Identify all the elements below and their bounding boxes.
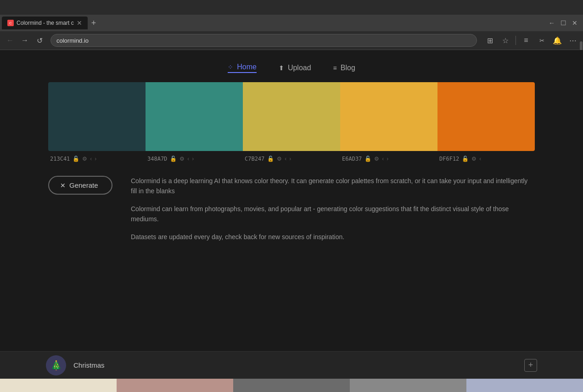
nav-home[interactable]: ⁘ Home (228, 63, 257, 73)
bottom-section: 🎄 Christmas + (0, 351, 583, 392)
nav-icons: ⊞ ☆ ≡ ✂ 🔔 ⋯ (483, 34, 579, 47)
blog-icon: ≡ (333, 64, 337, 72)
next-btn-1[interactable]: › (95, 156, 96, 162)
hex-label-5: DF6F12 (439, 156, 459, 162)
prev-btn-5[interactable]: ‹ (479, 156, 481, 162)
back-button[interactable]: ← (4, 34, 17, 47)
swatch-controls-3: C7B247 🔓 ⚙ ‹ › (243, 151, 340, 167)
prev-btn-4[interactable]: ‹ (382, 156, 384, 162)
hex-label-3: C7B247 (245, 156, 264, 162)
close-button[interactable]: ✕ (572, 19, 577, 27)
screenshot-button[interactable]: ✂ (535, 34, 548, 47)
swatch-controls-4: E6AD37 🔓 ⚙ ‹ › (340, 151, 437, 167)
tab-close-button[interactable]: ✕ (77, 19, 82, 27)
maximize-button[interactable]: ☐ (561, 19, 566, 27)
site-nav: ⁘ Home ⬆ Upload ≡ Blog (0, 50, 583, 82)
adjust-icon-2[interactable]: ⚙ (179, 156, 185, 162)
description-p3: Datasets are updated every day, check ba… (131, 232, 535, 242)
tab-favicon: C (7, 20, 14, 26)
lock-icon-5[interactable]: 🔓 (462, 156, 469, 162)
lock-icon-2[interactable]: 🔓 (170, 156, 177, 162)
mini-palette (0, 379, 583, 392)
hex-label-2: 348A7D (147, 156, 167, 162)
nav-blog[interactable]: ≡ Blog (333, 64, 355, 72)
swatch-2[interactable] (146, 82, 243, 151)
swatch-4[interactable] (340, 82, 437, 151)
dataset-emoji: 🎄 (50, 360, 62, 371)
mini-swatch-1[interactable] (0, 379, 117, 392)
nav-blog-label: Blog (341, 64, 355, 72)
browser-nav-bar: ← → ↺ ⊞ ☆ ≡ ✂ 🔔 ⋯ (0, 31, 583, 50)
more-button[interactable]: ⋯ (566, 34, 579, 47)
description-p2: Colormind can learn from photographs, mo… (131, 204, 535, 224)
next-btn-3[interactable]: › (289, 156, 291, 162)
dataset-thumbnail: 🎄 (46, 355, 66, 375)
nav-upload-label: Upload (288, 64, 311, 72)
mini-swatch-5[interactable] (466, 379, 583, 392)
mini-swatch-2[interactable] (117, 379, 233, 392)
tab-title: Colormind - the smart c (17, 20, 74, 26)
swatch-controls-5: DF6F12 🔓 ⚙ ‹ (437, 151, 535, 167)
dataset-row: 🎄 Christmas + (0, 351, 583, 379)
adjust-icon-5[interactable]: ⚙ (471, 156, 476, 162)
color-palette (48, 82, 535, 151)
swatch-1[interactable] (48, 82, 146, 151)
generate-button[interactable]: ✕ Generate (48, 176, 112, 195)
minimize-button[interactable]: ← (549, 19, 555, 27)
swatch-controls-1: 213C41 🔓 ⚙ ‹ › (48, 151, 146, 167)
swatch-controls-2: 348A7D 🔓 ⚙ ‹ › (146, 151, 243, 167)
new-tab-button[interactable]: + (90, 18, 98, 28)
nav-divider (516, 36, 516, 45)
adjust-icon-3[interactable]: ⚙ (277, 156, 282, 162)
title-bar (0, 0, 583, 15)
page-content: ⁘ Home ⬆ Upload ≡ Blog 213C41 🔓 ⚙ ‹ › 34… (0, 50, 583, 392)
description-p1: Colormind is a deep learning AI that kno… (131, 176, 535, 196)
lock-icon-3[interactable]: 🔓 (267, 156, 274, 162)
reader-view-button[interactable]: ⊞ (483, 34, 496, 47)
mini-swatch-4[interactable] (350, 379, 466, 392)
menu-button[interactable]: ≡ (520, 34, 533, 47)
swatch-3[interactable] (243, 82, 340, 151)
generate-label: Generate (69, 181, 98, 189)
tab-bar: C Colormind - the smart c ✕ + ← ☐ ✕ (0, 15, 583, 31)
active-tab[interactable]: C Colormind - the smart c ✕ (2, 17, 88, 29)
dataset-name: Christmas (73, 361, 524, 369)
browser-chrome: C Colormind - the smart c ✕ + ← ☐ ✕ ← → … (0, 0, 583, 50)
generate-icon: ✕ (60, 182, 66, 189)
forward-button[interactable]: → (18, 34, 31, 47)
prev-btn-1[interactable]: ‹ (90, 156, 92, 162)
upload-icon: ⬆ (279, 64, 284, 72)
home-icon: ⁘ (228, 63, 233, 71)
palette-controls: 213C41 🔓 ⚙ ‹ › 348A7D 🔓 ⚙ ‹ › C7B247 🔓 ⚙… (48, 151, 535, 167)
hex-label-4: E6AD37 (342, 156, 362, 162)
mini-swatch-3[interactable] (233, 379, 350, 392)
prev-btn-2[interactable]: ‹ (187, 156, 189, 162)
generate-section: ✕ Generate Colormind is a deep learning … (48, 176, 535, 249)
lock-icon-1[interactable]: 🔓 (73, 156, 79, 162)
refresh-button[interactable]: ↺ (33, 34, 46, 47)
adjust-icon-4[interactable]: ⚙ (374, 156, 379, 162)
next-btn-4[interactable]: › (387, 156, 388, 162)
nav-upload[interactable]: ⬆ Upload (279, 64, 311, 72)
notifications-button[interactable]: 🔔 (551, 34, 564, 47)
prev-btn-3[interactable]: ‹ (285, 156, 286, 162)
next-btn-2[interactable]: › (192, 156, 194, 162)
hex-label-1: 213C41 (50, 156, 70, 162)
lock-icon-4[interactable]: 🔓 (364, 156, 371, 162)
adjust-icon-1[interactable]: ⚙ (82, 156, 87, 162)
swatch-5[interactable] (437, 82, 535, 151)
description-text: Colormind is a deep learning AI that kno… (131, 176, 535, 249)
dataset-add-button[interactable]: + (524, 359, 537, 372)
address-bar[interactable] (50, 34, 477, 47)
bookmark-button[interactable]: ☆ (499, 34, 512, 47)
nav-home-label: Home (237, 63, 257, 71)
